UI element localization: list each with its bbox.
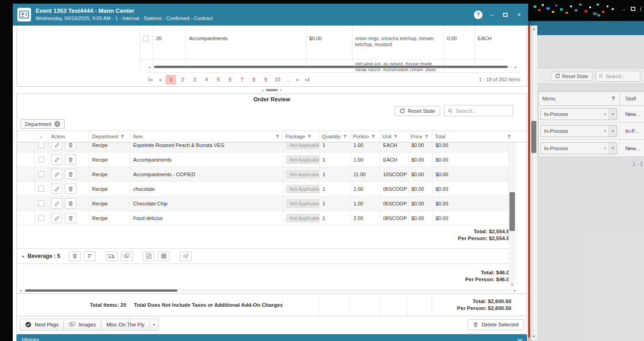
group-by-chip-department[interactable]: Department × (21, 119, 65, 129)
page-button[interactable]: 2 (177, 75, 188, 84)
chevron-down-icon[interactable] (517, 336, 522, 341)
page-button[interactable]: 3 (189, 75, 200, 84)
scroll-right-icon[interactable]: ▸ (513, 65, 519, 69)
filter-icon[interactable] (425, 135, 429, 139)
splitter-up-icon[interactable]: ▴ (262, 89, 264, 92)
column-header-item[interactable]: Item (130, 131, 283, 142)
scrollbar-thumb[interactable] (25, 289, 177, 292)
window-icon[interactable] (631, 7, 635, 11)
scrollbar-thumb[interactable] (154, 66, 508, 68)
dropdown-arrow-icon[interactable]: ▾ (608, 143, 617, 154)
menu-status-dropdown[interactable]: In-Process × ▾ (540, 142, 617, 154)
menu-status-dropdown[interactable]: In-Process × ▾ (540, 125, 617, 137)
edit-button[interactable] (51, 154, 62, 165)
scroll-down-icon[interactable]: ▼ (530, 335, 537, 339)
column-header-unit[interactable]: Unit (380, 131, 408, 142)
menu-status-dropdown[interactable]: In-Process × ▾ (540, 108, 617, 120)
table-horizontal-scrollbar[interactable]: ◂ ▸ (17, 287, 519, 294)
edit-button[interactable] (51, 142, 62, 150)
scroll-right-icon[interactable]: ▸ (512, 288, 518, 293)
filter-icon[interactable] (507, 135, 511, 139)
column-header-price[interactable]: Price (408, 131, 432, 142)
clear-icon[interactable]: × (602, 128, 608, 134)
close-button[interactable]: × (514, 11, 524, 18)
group-send-button[interactable] (180, 252, 192, 261)
filter-icon[interactable] (120, 135, 125, 139)
column-header-menu[interactable]: Menu (539, 92, 620, 105)
misc-on-the-fly-button[interactable]: Misc On The Fly (101, 319, 150, 331)
scrollbar-thumb[interactable] (531, 121, 536, 153)
group-note-button[interactable] (143, 252, 155, 261)
edit-button[interactable] (51, 198, 62, 209)
delete-button[interactable] (65, 184, 76, 194)
row-checkbox[interactable] (143, 36, 149, 42)
row-checkbox[interactable] (38, 186, 44, 192)
dropdown-arrow-icon[interactable]: ▾ (608, 109, 617, 120)
scroll-down-icon[interactable]: ▾ (509, 283, 516, 287)
column-header-quantity[interactable]: Quantity (319, 131, 350, 142)
minimize-button[interactable]: – (487, 11, 496, 18)
logout-icon[interactable]: → (621, 6, 626, 11)
column-header-department[interactable]: Department (89, 131, 130, 142)
group-delivery-button[interactable] (106, 252, 118, 261)
row-checkbox[interactable] (38, 142, 44, 148)
page-button[interactable]: 7 (237, 75, 247, 84)
row-checkbox[interactable] (38, 171, 44, 177)
filter-icon[interactable] (394, 135, 398, 139)
search-input[interactable] (456, 108, 509, 114)
row-checkbox[interactable] (38, 157, 44, 163)
history-section-header[interactable]: History (16, 334, 527, 341)
row-checkbox[interactable] (38, 200, 44, 206)
filter-icon[interactable] (307, 135, 312, 139)
expand-group-icon[interactable]: ▸ (22, 254, 25, 258)
first-page-button[interactable]: ◂ (146, 75, 155, 84)
reset-state-button[interactable]: Reset State (551, 72, 592, 81)
scrollbar-thumb[interactable] (509, 192, 515, 231)
table-vertical-scrollbar[interactable]: ▾ (509, 142, 516, 287)
filter-icon[interactable] (611, 96, 616, 101)
page-button[interactable]: 1 (166, 75, 176, 84)
page-button[interactable]: 5 (213, 75, 223, 84)
help-button[interactable]: ? (474, 10, 483, 19)
edit-button[interactable] (51, 184, 62, 194)
column-header-action[interactable]: Action (48, 131, 89, 142)
column-header-staff[interactable]: Staff (620, 96, 644, 101)
delete-button[interactable] (65, 198, 76, 209)
page-button[interactable]: 9 (260, 75, 271, 84)
delete-button[interactable] (65, 154, 76, 165)
clear-icon[interactable]: × (602, 146, 608, 151)
group-sort-button[interactable] (84, 252, 96, 261)
column-header-total[interactable]: Total (432, 131, 527, 142)
dropdown-arrow-icon[interactable]: ▾ (608, 126, 617, 136)
column-header-package[interactable]: Package (283, 131, 319, 142)
splitter-handle[interactable] (266, 89, 278, 91)
delete-button[interactable] (65, 142, 76, 150)
maximize-button[interactable] (501, 11, 510, 18)
next-page-button[interactable]: ▸ (294, 75, 302, 84)
delete-button[interactable] (65, 169, 76, 179)
delete-button[interactable] (65, 213, 76, 223)
column-header-portion[interactable]: Portion (350, 131, 380, 142)
nest-pkgs-button[interactable]: Nest Pkgs (20, 319, 64, 331)
remove-group-icon[interactable]: × (54, 121, 60, 127)
filter-icon[interactable] (343, 135, 347, 139)
scroll-left-icon[interactable]: ◂ (18, 288, 23, 293)
page-button[interactable]: 6 (225, 75, 235, 84)
last-page-button[interactable]: ▸ (303, 75, 312, 84)
scroll-up-icon[interactable]: ▲ (530, 27, 537, 31)
horizontal-scrollbar[interactable]: ◂ ▸ (146, 64, 519, 70)
delete-selected-button[interactable]: Delete Selected (467, 319, 524, 330)
collapse-all-header[interactable]: - (35, 131, 48, 142)
scroll-left-icon[interactable]: ◂ (146, 65, 152, 69)
images-button[interactable]: Images (63, 319, 101, 331)
prev-page-button[interactable]: ◂ (156, 75, 164, 84)
page-button[interactable]: 4 (201, 75, 212, 84)
reset-state-button[interactable]: Reset State (395, 106, 440, 116)
group-images-button[interactable] (121, 252, 133, 261)
page-button[interactable]: 8 (249, 75, 259, 84)
outer-vertical-scrollbar[interactable]: ▲ ▼ (530, 26, 537, 340)
misc-dropdown-arrow[interactable]: ▾ (150, 319, 159, 331)
page-button[interactable]: 10 (272, 75, 283, 84)
filter-icon[interactable] (371, 135, 375, 139)
more-pages-button[interactable]: ... (284, 75, 292, 84)
